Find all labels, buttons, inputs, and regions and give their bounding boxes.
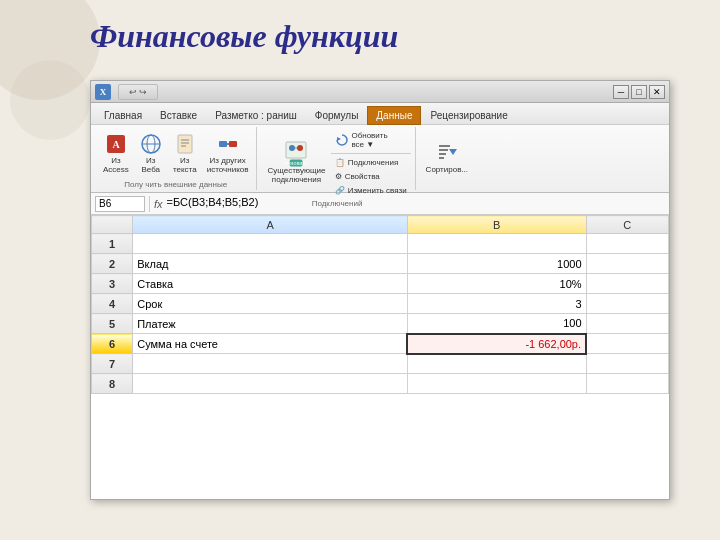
external-data-buttons: A ИзAccess ИзВеба (99, 129, 252, 178)
row-header-5: 5 (92, 314, 133, 334)
svg-text:A: A (112, 139, 120, 150)
from-web-button[interactable]: ИзВеба (135, 129, 167, 178)
cell-c5[interactable] (586, 314, 668, 334)
cell-c2[interactable] (586, 254, 668, 274)
cell-a4[interactable]: Срок (133, 294, 408, 314)
table-row: 5Платеж100 (92, 314, 669, 334)
table-row: 6Сумма на счете-1 662,00р. (92, 334, 669, 354)
external-data-group-label: Полу чить внешние данные (124, 178, 227, 189)
connections-btn[interactable]: 📋 Подключения (331, 156, 410, 169)
from-access-button[interactable]: A ИзAccess (99, 129, 133, 178)
sort-label: Сортиров... (426, 166, 468, 175)
formula-input[interactable]: =БС(B3;B4;B5;B2) (167, 196, 665, 212)
connections-icon: обновить (284, 142, 308, 166)
row-header-6: 6 (92, 334, 133, 354)
tab-formulas[interactable]: Формулы (306, 106, 368, 124)
svg-rect-9 (219, 141, 227, 147)
refresh-all-button[interactable]: Обновитьвсе ▼ (331, 129, 410, 151)
row-header-1: 1 (92, 234, 133, 254)
cell-a7[interactable] (133, 354, 408, 374)
from-other-sources-button[interactable]: Из другихисточников (203, 129, 253, 178)
cell-c7[interactable] (586, 354, 668, 374)
from-text-button[interactable]: Изтекста (169, 129, 201, 178)
window-controls: ─ □ ✕ (613, 85, 665, 99)
svg-point-13 (289, 145, 295, 151)
formula-bar: B6 fx =БС(B3;B4;B5;B2) (91, 193, 669, 215)
cell-b7[interactable] (407, 354, 586, 374)
from-web-label: ИзВеба (142, 157, 161, 175)
cell-a3[interactable]: Ставка (133, 274, 408, 294)
svg-rect-12 (286, 142, 306, 158)
col-header-c[interactable]: C (586, 216, 668, 234)
cell-c4[interactable] (586, 294, 668, 314)
cell-c3[interactable] (586, 274, 668, 294)
ribbon-group-external-data: A ИзAccess ИзВеба (95, 127, 257, 190)
ribbon-tabs: Главная Вставке Разметко : раниш Формулы… (91, 103, 669, 125)
svg-rect-5 (178, 135, 192, 153)
table-row: 3Ставка10% (92, 274, 669, 294)
cell-a8[interactable] (133, 374, 408, 394)
cell-reference-value: B6 (99, 198, 111, 209)
cell-b4[interactable]: 3 (407, 294, 586, 314)
tab-layout[interactable]: Разметко : раниш (206, 106, 306, 124)
tab-insert[interactable]: Вставке (151, 106, 206, 124)
cell-b1[interactable] (407, 234, 586, 254)
cell-b2[interactable]: 1000 (407, 254, 586, 274)
cell-c6[interactable] (586, 334, 668, 354)
sheet-table: A B C 12Вклад10003Ставка10%4Срок35Платеж… (91, 215, 669, 394)
col-header-b[interactable]: B (407, 216, 586, 234)
svg-marker-18 (337, 137, 341, 141)
fx-label: fx (154, 198, 163, 210)
cell-reference-box[interactable]: B6 (95, 196, 145, 212)
bg-decoration-circle-2 (10, 60, 90, 140)
cell-a6[interactable]: Сумма на счете (133, 334, 408, 354)
row-header-3: 3 (92, 274, 133, 294)
properties-btn[interactable]: ⚙ Свойства (331, 170, 410, 183)
access-icon: A (104, 132, 128, 156)
from-other-sources-label: Из другихисточников (207, 157, 249, 175)
cell-a5[interactable]: Платеж (133, 314, 408, 334)
quick-access-toolbar: ↩ ↪ (118, 84, 158, 100)
tab-review[interactable]: Рецензирование (421, 106, 516, 124)
column-headers-row: A B C (92, 216, 669, 234)
minimize-button[interactable]: ─ (613, 85, 629, 99)
existing-connections-button[interactable]: обновить Существующиеподключения (263, 139, 329, 188)
cell-c8[interactable] (586, 374, 668, 394)
table-row: 2Вклад1000 (92, 254, 669, 274)
sort-button[interactable]: Сортиров... (422, 138, 472, 178)
cell-c1[interactable] (586, 234, 668, 254)
cell-b8[interactable] (407, 374, 586, 394)
close-button[interactable]: ✕ (649, 85, 665, 99)
svg-text:обновить: обновить (285, 160, 309, 166)
cell-a2[interactable]: Вклад (133, 254, 408, 274)
corner-header (92, 216, 133, 234)
excel-window: X ↩ ↪ ─ □ ✕ Главная Вставке Разметко : р… (90, 80, 670, 500)
cell-b6[interactable]: -1 662,00р. (407, 334, 586, 354)
cell-b5[interactable]: 100 (407, 314, 586, 334)
svg-point-14 (297, 145, 303, 151)
cell-a1[interactable] (133, 234, 408, 254)
row-header-2: 2 (92, 254, 133, 274)
cell-b3[interactable]: 10% (407, 274, 586, 294)
existing-connections-label: Существующиеподключения (267, 167, 325, 185)
ribbon-content: A ИзAccess ИзВеба (91, 125, 669, 193)
web-icon (139, 132, 163, 156)
formula-bar-divider (149, 196, 150, 212)
tab-data[interactable]: Данные (367, 106, 421, 125)
sort-buttons: Сортиров... (422, 129, 472, 186)
connections-buttons: обновить Существующиеподключения Обновит… (263, 129, 410, 197)
connections-side-buttons: Обновитьвсе ▼ 📋 Подключения ⚙ Свойства 🔗… (331, 129, 410, 197)
text-file-icon (173, 132, 197, 156)
refresh-all-label: Обновитьвсе ▼ (351, 131, 387, 149)
sort-icon (435, 141, 459, 165)
tab-home[interactable]: Главная (95, 106, 151, 124)
col-header-a[interactable]: A (133, 216, 408, 234)
svg-marker-23 (449, 149, 457, 155)
maximize-button[interactable]: □ (631, 85, 647, 99)
redo-icon[interactable]: ↪ (139, 87, 147, 97)
ribbon-group-connections: обновить Существующиеподключения Обновит… (259, 127, 415, 190)
table-row: 1 (92, 234, 669, 254)
undo-icon[interactable]: ↩ (129, 87, 137, 97)
table-row: 8 (92, 374, 669, 394)
svg-rect-10 (229, 141, 237, 147)
